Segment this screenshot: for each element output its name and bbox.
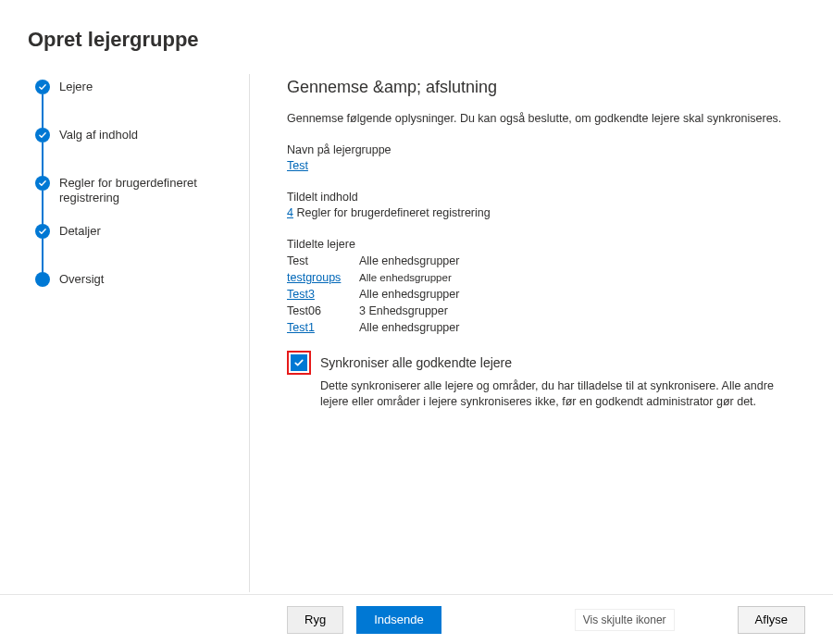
tenant-scope: Alle enhedsgrupper xyxy=(359,286,459,303)
tenant-row: Test Alle enhedsgrupper xyxy=(287,253,796,269)
tenant-name: Test06 xyxy=(287,303,348,319)
tenant-scope: Alle enhedsgrupper xyxy=(359,253,459,269)
group-name-label: Navn på lejergruppe xyxy=(287,143,796,156)
tenant-name-link[interactable]: testgroups xyxy=(287,269,348,286)
sync-checkbox-highlight xyxy=(287,351,311,375)
wizard-step-oversigt[interactable]: Oversigt xyxy=(35,272,249,287)
assigned-content-count-link[interactable]: 4 xyxy=(287,206,293,219)
tenant-row: Test1 Alle enhedsgrupper xyxy=(287,319,796,336)
page-title: Opret lejergruppe xyxy=(0,0,833,52)
assigned-tenants-label: Tildelte lejere xyxy=(287,238,796,251)
check-circle-icon xyxy=(35,80,50,94)
main-content: Gennemse &amp; afslutning Gennemse følge… xyxy=(250,74,833,592)
back-button[interactable]: Ryg xyxy=(287,606,343,634)
check-circle-icon xyxy=(35,176,50,191)
tenant-scope: Alle enhedsgrupper xyxy=(359,269,452,286)
wizard-step-label: Oversigt xyxy=(59,272,104,287)
tenant-scope: 3 Enhedsgrupper xyxy=(359,303,448,319)
group-name-link[interactable]: Test xyxy=(287,159,308,172)
sync-checkbox-label: Synkroniser alle godkendte lejere xyxy=(320,355,512,370)
check-circle-icon xyxy=(35,128,50,142)
tenant-scope: Alle enhedsgrupper xyxy=(359,319,459,336)
tenant-name: Test xyxy=(287,253,348,269)
tenant-row: Test06 3 Enhedsgrupper xyxy=(287,303,796,319)
assigned-content-label: Tildelt indhold xyxy=(287,191,796,204)
sync-checkbox-description: Dette synkroniserer alle lejere og områd… xyxy=(320,378,796,410)
sync-checkbox[interactable] xyxy=(291,354,307,371)
submit-button[interactable]: Indsende xyxy=(356,606,441,634)
review-heading: Gennemse &amp; afslutning xyxy=(287,78,796,97)
wizard-step-lejere[interactable]: Lejere xyxy=(35,80,249,128)
hidden-icons-hint[interactable]: Vis skjulte ikoner xyxy=(575,609,675,631)
current-step-icon xyxy=(35,272,50,287)
wizard-step-label: Valg af indhold xyxy=(59,128,138,142)
checkmark-icon xyxy=(293,357,305,368)
wizard-step-detaljer[interactable]: Detaljer xyxy=(35,224,249,272)
check-circle-icon xyxy=(35,224,50,239)
tenant-row: Test3 Alle enhedsgrupper xyxy=(287,286,796,303)
footer-bar: Ryg Indsende Vis skjulte ikoner Aflyse xyxy=(0,594,833,644)
wizard-step-label: Regler for brugerdefineret registrering xyxy=(59,176,249,205)
assigned-content-text: Regler for brugerdefineret registrering xyxy=(297,206,491,219)
review-description: Gennemse følgende oplysninger. Du kan og… xyxy=(287,112,796,125)
tenant-name-link[interactable]: Test3 xyxy=(287,286,348,303)
cancel-button[interactable]: Aflyse xyxy=(738,606,805,634)
wizard-step-regler[interactable]: Regler for brugerdefineret registrering xyxy=(35,176,249,224)
wizard-nav: Lejere Valg af indhold Regler for bruger… xyxy=(0,74,250,592)
wizard-step-valg-af-indhold[interactable]: Valg af indhold xyxy=(35,128,249,176)
wizard-step-label: Detaljer xyxy=(59,224,101,239)
tenant-name-link[interactable]: Test1 xyxy=(287,319,348,336)
tenant-row: testgroups Alle enhedsgrupper xyxy=(287,269,796,286)
wizard-step-label: Lejere xyxy=(59,80,93,94)
